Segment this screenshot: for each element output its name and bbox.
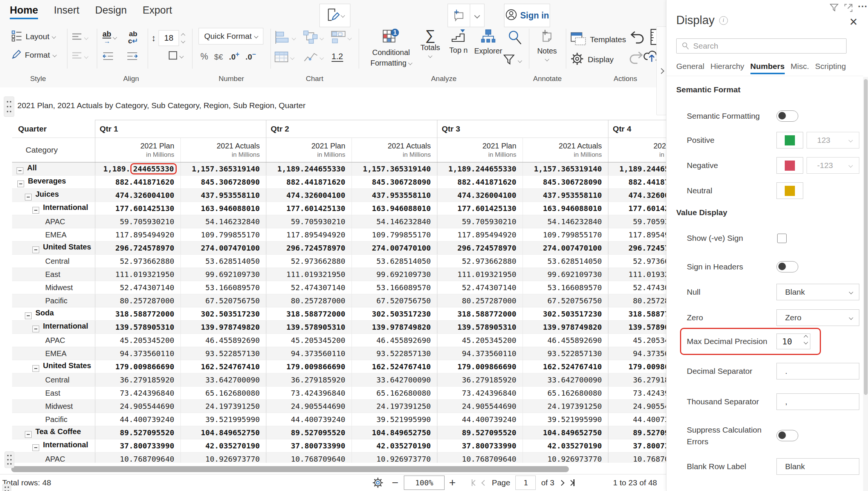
value-cell-plan[interactable]: 1,189.244655330 <box>437 162 523 176</box>
value-cell-plan[interactable]: 882.441871620 <box>437 176 523 189</box>
view-drag-handle[interactable] <box>4 96 14 117</box>
value-cell-plan[interactable]: 52.973662880 <box>95 255 180 268</box>
add-comment-button[interactable] <box>448 4 470 27</box>
value-cell-plan[interactable]: 177.601425130 <box>266 202 351 215</box>
value-cell-plan[interactable]: 318.588772000 <box>266 307 351 321</box>
font-size-spinner[interactable] <box>182 34 185 43</box>
quarter-header[interactable]: Qtr 2 <box>266 120 437 138</box>
value-cell-actuals[interactable]: 437.953558110 <box>523 189 608 202</box>
panel-expand-button[interactable] <box>844 3 853 14</box>
value-cell-actuals[interactable]: 162.524767410 <box>523 360 608 373</box>
vertical-align-button[interactable] <box>72 51 88 62</box>
collapse-toggle-icon[interactable] <box>32 444 39 451</box>
value-cell-plan[interactable]: 177.601425130 <box>608 202 666 215</box>
previous-page-button[interactable] <box>482 481 486 485</box>
value-cell-actuals[interactable]: 437.953558110 <box>180 189 266 202</box>
row-label-cell[interactable]: APAC <box>12 334 95 347</box>
value-cell-plan[interactable]: 89.527095520 <box>608 426 666 439</box>
value-cell-actuals[interactable]: 53.166089570 <box>351 281 437 294</box>
format-button[interactable]: Format <box>11 49 56 61</box>
value-cell-actuals[interactable]: 67.520756750 <box>180 294 266 307</box>
value-cell-actuals[interactable]: 1,157.365319140 <box>351 162 437 176</box>
panel-tab-general[interactable]: General <box>676 62 704 74</box>
text-overflow-button[interactable]: ab→ <box>102 30 116 44</box>
value-cell-plan[interactable]: 139.578905310 <box>437 321 523 334</box>
value-cell-plan[interactable]: 52.474307140 <box>95 281 180 294</box>
value-cell-plan[interactable]: 36.279185920 <box>437 373 523 387</box>
measure-header-plan[interactable]: 2021 Planin Millions <box>437 138 523 162</box>
layout-button[interactable]: Layout <box>11 30 55 43</box>
row-label-cell[interactable]: East <box>12 387 95 400</box>
collapse-toggle-icon[interactable] <box>32 326 39 332</box>
horizontal-align-button[interactable] <box>72 32 88 43</box>
tab-insert[interactable]: Insert <box>54 5 79 19</box>
value-cell-plan[interactable]: 139.578905310 <box>95 321 180 334</box>
borders-button[interactable] <box>168 50 183 62</box>
value-cell-plan[interactable]: 36.279185920 <box>95 373 180 387</box>
value-cell-plan[interactable]: 117.895494920 <box>95 228 180 242</box>
positive-format-dropdown[interactable]: 123 <box>807 132 859 148</box>
value-cell-plan[interactable]: 73.424396840 <box>608 387 666 400</box>
value-cell-plan[interactable]: 177.601425130 <box>95 202 180 215</box>
value-cell-actuals[interactable]: 65.162680080 <box>180 387 266 400</box>
quarter-header[interactable]: Qtr 1 <box>95 120 266 138</box>
font-size-input[interactable]: 18 <box>159 30 179 46</box>
value-cell-actuals[interactable]: 104.849652750 <box>351 426 437 439</box>
quick-format-dropdown[interactable]: Quick Format <box>199 28 263 44</box>
value-cell-plan[interactable]: 1,189.244655330 <box>608 162 666 176</box>
value-cell-plan[interactable]: 882.441871620 <box>266 176 351 189</box>
row-label-cell[interactable]: Beverages <box>12 176 95 189</box>
value-cell-actuals[interactable]: 1,157.365319140 <box>180 162 266 176</box>
value-cell-actuals[interactable]: 39.521995990 <box>180 413 266 426</box>
value-cell-actuals[interactable]: 274.007470100 <box>523 242 608 255</box>
value-cell-plan[interactable]: 117.895494920 <box>437 228 523 242</box>
value-cell-actuals[interactable]: 53.166089570 <box>523 281 608 294</box>
row-label-cell[interactable]: APAC <box>12 453 95 463</box>
value-cell-plan[interactable]: 177.601425130 <box>437 202 523 215</box>
page-number-input[interactable]: 1 <box>515 476 536 490</box>
value-cell-actuals[interactable]: 274.007470100 <box>351 242 437 255</box>
decimal-separator-input[interactable]: . <box>776 363 859 379</box>
row-label-cell[interactable]: United States <box>12 360 95 373</box>
value-cell-plan[interactable]: 80.257287000 <box>437 294 523 307</box>
negative-color-swatch[interactable] <box>776 157 803 174</box>
value-cell-plan[interactable]: 52.973662880 <box>608 255 666 268</box>
value-cell-plan[interactable]: 10.768709640 <box>266 453 351 463</box>
value-cell-actuals[interactable]: 93.522857130 <box>523 347 608 360</box>
value-cell-actuals[interactable]: 437.953558110 <box>351 189 437 202</box>
value-cell-plan[interactable]: 73.424396840 <box>437 387 523 400</box>
conditional-formatting-button[interactable]: 1 Conditional Formatting <box>365 28 417 67</box>
value-cell-plan[interactable]: 94.373560110 <box>266 347 351 360</box>
row-label-cell[interactable]: Pacific <box>12 294 95 307</box>
measure-header-actuals[interactable]: 2021 Actualsin Millions <box>351 138 437 162</box>
decrease-decimal-button[interactable]: .0− <box>246 50 256 61</box>
value-cell-plan[interactable]: 179.009866690 <box>95 360 180 373</box>
thousand-separator-input[interactable]: , <box>776 393 859 410</box>
value-cell-plan[interactable]: 1,189.244655330 <box>266 162 351 176</box>
value-cell-actuals[interactable]: 163.946088010 <box>180 202 266 215</box>
row-label-cell[interactable]: APAC <box>12 215 95 228</box>
bottom-drag-handle[interactable] <box>5 451 14 468</box>
value-cell-plan[interactable]: 111.019321950 <box>95 268 180 281</box>
filter-button[interactable] <box>503 54 521 68</box>
panel-scrollbar-thumb[interactable] <box>864 79 868 395</box>
row-label-cell[interactable]: EMEA <box>12 228 95 242</box>
wrap-text-button[interactable]: abc↵ <box>128 30 138 44</box>
value-cell-plan[interactable]: 44.400739240 <box>266 413 351 426</box>
corner-drag-handle[interactable] <box>2 484 11 491</box>
value-cell-plan[interactable]: 59.705930210 <box>95 215 180 228</box>
zoom-out-button[interactable]: − <box>392 474 399 491</box>
value-cell-plan[interactable]: 474.326004100 <box>95 189 180 202</box>
value-cell-actuals[interactable]: 104.849652750 <box>523 426 608 439</box>
value-cell-plan[interactable]: 73.424396840 <box>266 387 351 400</box>
display-settings-button[interactable]: Display <box>570 52 614 67</box>
horizontal-scrollbar[interactable] <box>11 466 569 472</box>
value-cell-plan[interactable]: 45.205345200 <box>266 334 351 347</box>
measure-header-actuals[interactable]: 2021 Actualsin Millions <box>523 138 608 162</box>
info-icon[interactable]: i <box>719 16 728 25</box>
value-cell-plan[interactable]: 94.373560110 <box>437 347 523 360</box>
value-cell-actuals[interactable]: 163.946088010 <box>523 202 608 215</box>
value-cell-actuals[interactable]: 302.503517230 <box>180 307 266 321</box>
value-cell-plan[interactable]: 37.800733990 <box>95 439 180 453</box>
row-label-cell[interactable]: All <box>12 162 95 176</box>
